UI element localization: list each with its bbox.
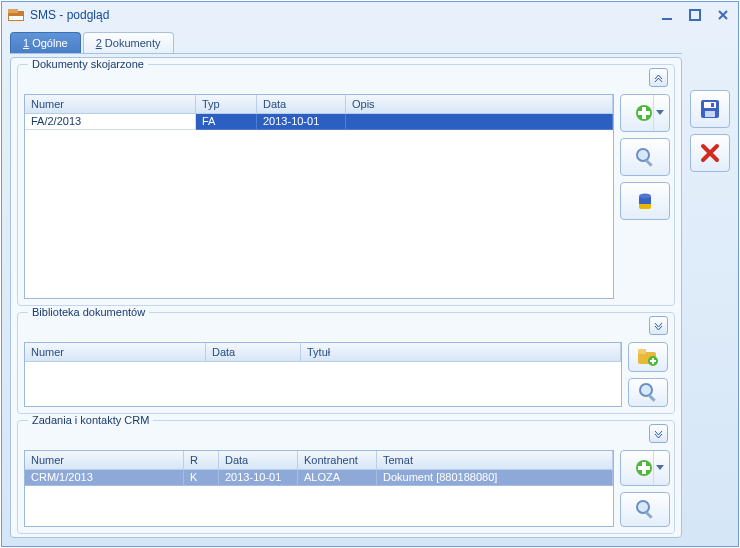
col-data[interactable]: Data (219, 451, 298, 469)
window-controls (658, 6, 732, 24)
svg-point-5 (636, 105, 652, 121)
svg-rect-19 (648, 394, 656, 402)
svg-point-18 (640, 384, 652, 396)
svg-rect-17 (650, 360, 656, 362)
collapse-button[interactable] (649, 68, 668, 87)
close-button[interactable] (714, 6, 732, 24)
magnifier-icon (634, 146, 656, 168)
floppy-icon (698, 97, 722, 121)
svg-rect-27 (705, 111, 715, 117)
col-temat[interactable]: Temat (377, 451, 613, 469)
cancel-button[interactable] (690, 134, 730, 172)
svg-point-23 (637, 501, 649, 513)
window-title: SMS - podgląd (30, 8, 109, 22)
col-data[interactable]: Data (206, 343, 301, 361)
titlebar: SMS - podgląd (2, 2, 738, 28)
group-documents-linked: Dokumenty skojarzone Numer Typ Data Opis (17, 64, 675, 306)
group-title: Zadania i kontakty CRM (28, 414, 153, 426)
app-icon (8, 9, 24, 21)
table-header: Numer Typ Data Opis (25, 95, 613, 114)
col-r[interactable]: R (184, 451, 219, 469)
svg-rect-7 (638, 111, 650, 115)
minimize-button[interactable] (658, 6, 676, 24)
svg-point-8 (637, 149, 649, 161)
col-typ[interactable]: Typ (196, 95, 257, 113)
add-folder-button[interactable] (628, 342, 668, 372)
svg-rect-24 (645, 511, 653, 519)
table-row[interactable]: FA/2/2013 FA 2013-10-01 (25, 114, 613, 130)
svg-rect-26 (704, 102, 716, 108)
col-numer[interactable]: Numer (25, 95, 196, 113)
svg-rect-10 (639, 196, 651, 209)
group-side-buttons (620, 94, 668, 299)
svg-point-12 (639, 194, 651, 199)
svg-rect-25 (701, 100, 719, 118)
table-library[interactable]: Numer Data Tytuł (24, 342, 622, 407)
add-button[interactable] (620, 450, 670, 486)
svg-rect-28 (711, 103, 714, 107)
maximize-button[interactable] (686, 6, 704, 24)
col-numer[interactable]: Numer (25, 451, 184, 469)
main-panel: 1 Ogólne 2 Dokumenty Dokumenty skojarzon… (10, 32, 682, 538)
tab-content: Dokumenty skojarzone Numer Typ Data Opis (10, 57, 682, 538)
magnifier-icon (634, 498, 656, 520)
x-icon (699, 142, 721, 164)
svg-rect-0 (8, 11, 24, 21)
add-button[interactable] (620, 94, 670, 132)
group-crm: Zadania i kontakty CRM Numer R Data Kont… (17, 420, 675, 534)
table-row[interactable]: CRM/1/2013 K 2013-10-01 ALOZA Dokument [… (25, 470, 613, 486)
col-numer[interactable]: Numer (25, 343, 206, 361)
svg-rect-4 (690, 10, 700, 20)
group-side-buttons (628, 342, 668, 407)
magnifier-icon (637, 381, 659, 403)
svg-point-20 (636, 460, 652, 476)
svg-rect-21 (642, 462, 646, 474)
svg-point-15 (648, 356, 658, 366)
search-button[interactable] (620, 492, 670, 528)
svg-rect-13 (638, 352, 656, 364)
window: SMS - podgląd 1 Ogólne 2 Dokumenty Dokum… (1, 1, 739, 547)
svg-rect-9 (645, 159, 653, 167)
table-crm[interactable]: Numer R Data Kontrahent Temat CRM/1/2013… (24, 450, 614, 527)
tabs: 1 Ogólne 2 Dokumenty (10, 32, 682, 54)
group-title: Biblioteka dokumentów (28, 306, 149, 318)
save-button[interactable] (690, 90, 730, 128)
tab-documents[interactable]: 2 Dokumenty (83, 32, 174, 53)
table-documents-linked[interactable]: Numer Typ Data Opis FA/2/2013 FA 2013-10… (24, 94, 614, 299)
svg-rect-22 (638, 466, 650, 470)
dropdown-arrow-icon[interactable] (653, 95, 666, 131)
search-button[interactable] (620, 138, 670, 176)
group-title: Dokumenty skojarzone (28, 58, 148, 70)
svg-rect-6 (642, 107, 646, 119)
svg-rect-16 (652, 358, 654, 364)
group-library: Biblioteka dokumentów Numer Data Tytuł (17, 312, 675, 414)
svg-rect-11 (639, 197, 651, 204)
svg-rect-1 (8, 9, 18, 13)
svg-rect-2 (9, 16, 23, 20)
col-data[interactable]: Data (257, 95, 346, 113)
action-bar (690, 32, 730, 538)
svg-rect-3 (662, 18, 672, 20)
delete-button[interactable] (620, 182, 670, 220)
col-opis[interactable]: Opis (346, 95, 613, 113)
body: 1 Ogólne 2 Dokumenty Dokumenty skojarzon… (2, 28, 738, 546)
group-side-buttons (620, 450, 668, 527)
collapse-button[interactable] (649, 316, 668, 335)
tab-general[interactable]: 1 Ogólne (10, 32, 81, 53)
col-tytul[interactable]: Tytuł (301, 343, 621, 361)
folder-plus-icon (636, 346, 660, 368)
trash-icon (634, 190, 656, 212)
search-button[interactable] (628, 378, 668, 408)
collapse-button[interactable] (649, 424, 668, 443)
dropdown-arrow-icon[interactable] (653, 451, 666, 485)
svg-rect-14 (638, 349, 646, 354)
col-kontrahent[interactable]: Kontrahent (298, 451, 377, 469)
